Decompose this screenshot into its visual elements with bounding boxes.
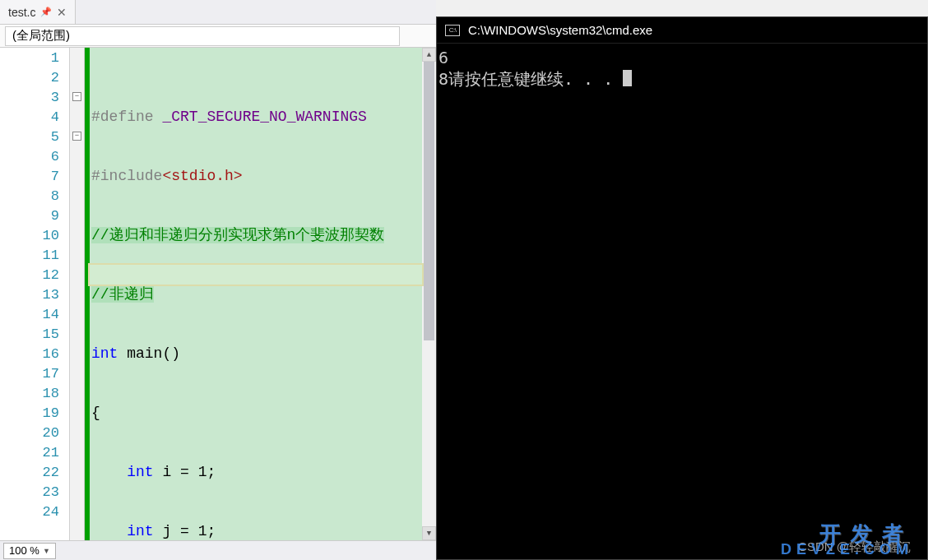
- code-area[interactable]: 12 34 56 78 910 1112 1314 1516 1718 1920…: [0, 48, 436, 540]
- scroll-down-icon[interactable]: ▼: [422, 526, 436, 540]
- fold-column: − −: [70, 48, 85, 540]
- cmd-title-bar[interactable]: C:\ C:\WINDOWS\system32\cmd.exe: [437, 17, 927, 44]
- scope-label: (全局范围): [12, 28, 70, 44]
- status-bar: 100 % ▼: [0, 540, 436, 560]
- chevron-down-icon: ▼: [43, 547, 50, 555]
- fold-toggle[interactable]: −: [72, 132, 81, 141]
- cmd-output[interactable]: 6 8请按任意键继续. . .: [437, 44, 927, 535]
- code-text[interactable]: #define _CRT_SECURE_NO_WARNINGS #include…: [90, 48, 422, 540]
- zoom-dropdown[interactable]: 100 % ▼: [3, 543, 56, 559]
- zoom-level: 100 %: [9, 544, 39, 557]
- scroll-up-icon[interactable]: ▲: [422, 48, 436, 62]
- cmd-icon: C:\: [445, 25, 460, 36]
- line-number-gutter: 12 34 56 78 910 1112 1314 1516 1718 1920…: [0, 48, 70, 540]
- cmd-footer: CSDN @轻轻敲醒沉: [437, 535, 927, 559]
- csdn-watermark: CSDN @轻轻敲醒沉: [798, 539, 911, 555]
- cursor: [623, 70, 632, 86]
- tab-test-c[interactable]: test.c 📌 ✕: [0, 0, 76, 24]
- scroll-track[interactable]: [422, 62, 436, 526]
- close-icon[interactable]: ✕: [57, 6, 67, 19]
- scroll-thumb[interactable]: [424, 62, 434, 340]
- vertical-scrollbar[interactable]: ▲ ▼: [422, 48, 436, 540]
- cmd-title-text: C:\WINDOWS\system32\cmd.exe: [468, 23, 652, 37]
- scope-bar: (全局范围): [0, 25, 436, 48]
- tab-filename: test.c: [8, 6, 35, 19]
- fold-toggle[interactable]: −: [72, 92, 81, 101]
- pin-icon[interactable]: 📌: [40, 7, 52, 17]
- tab-bar: test.c 📌 ✕: [0, 0, 436, 25]
- cmd-window: C:\ C:\WINDOWS\system32\cmd.exe 6 8请按任意键…: [436, 16, 928, 560]
- code-editor-pane: test.c 📌 ✕ (全局范围) 12 34 56 78 910 1112 1…: [0, 0, 436, 560]
- current-line-highlight: [90, 265, 422, 285]
- scope-dropdown[interactable]: (全局范围): [5, 26, 400, 46]
